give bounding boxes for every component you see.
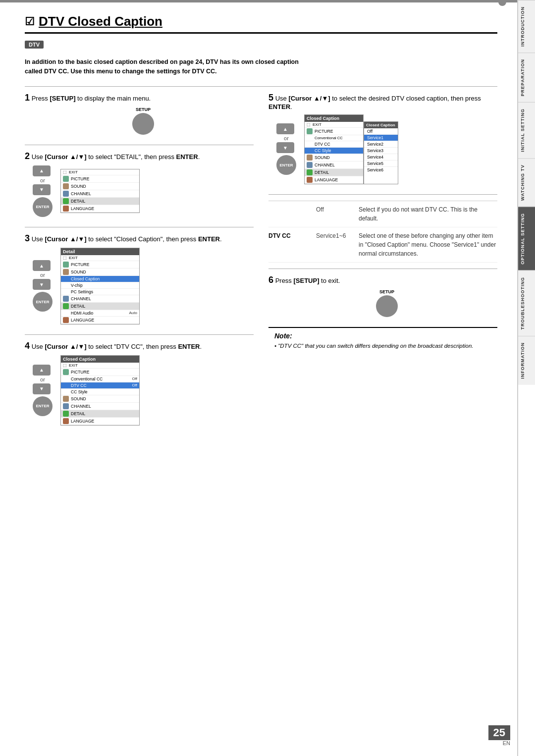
step-4-number: 4	[25, 341, 30, 351]
menu-screen-4: Closed Caption ⬚EXIT PICTURE Conventiona…	[60, 355, 140, 426]
down-arrow-5: ▼	[276, 142, 294, 153]
dtv-cc-col2-2: Service1~6	[316, 231, 351, 258]
enter-btn-5: ENTER	[276, 155, 296, 175]
up-arrow-3: ▲	[33, 260, 51, 271]
step-3-number: 3	[25, 233, 30, 243]
step-1-visual: SETUP	[33, 107, 254, 135]
menu-screen-2: ⬚EXIT PICTURE SOUND CHANNEL DETAIL LANGU…	[60, 169, 140, 213]
or-label-2: or	[33, 177, 53, 183]
top-bar	[0, 0, 517, 2]
submenu-5: Closed Caption Off Service1 Service2 Ser…	[364, 121, 398, 184]
setup-label-1: SETUP	[136, 107, 151, 112]
page-number-area: 25 EN	[488, 725, 510, 746]
note-box: Note: • "DTV CC" that you can switch dif…	[268, 327, 497, 354]
step-1: 1 Press [SETUP] to display the main menu…	[25, 93, 254, 135]
step-5-menus: Closed Caption ⬚EXIT PICTURE Conventiona…	[304, 114, 398, 184]
enter-btn-2: ENTER	[33, 197, 53, 217]
setup-button-1	[132, 113, 154, 135]
checkbox-prefix: ☑	[25, 15, 35, 28]
dtv-cc-col2-1: Off	[316, 205, 351, 223]
step-2-visual: ▲ or ▼ ENTER ⬚EXIT PICTURE SOUND CHANNEL…	[33, 165, 254, 217]
note-text: • "DTV CC" that you can switch differs d…	[274, 342, 491, 350]
tab-information[interactable]: INFORMATION	[518, 336, 535, 385]
step-2-text: Use [Cursor ▲/▼] to select "DETAIL", the…	[32, 153, 200, 161]
or-label-4: or	[33, 377, 53, 382]
note-title: Note:	[274, 332, 491, 340]
setup-button-6	[376, 295, 398, 317]
tab-watching-tv[interactable]: WATCHING TV	[518, 158, 535, 207]
step-5-text: Use [Cursor ▲/▼] to select the desired D…	[268, 95, 481, 110]
step-6: 6 Press [SETUP] to exit. SETUP	[268, 275, 497, 317]
step-5-visual: ▲ or ▼ ENTER Closed Caption ⬚EXIT PICTUR…	[276, 114, 497, 184]
up-arrow-2: ▲	[33, 165, 51, 176]
note-content: "DTV CC" that you can switch differs dep…	[278, 343, 473, 349]
dtv-cc-col3-1: Select if you do not want DTV CC. This i…	[359, 205, 497, 223]
step-6-visual: SETUP	[276, 289, 497, 317]
right-tabs: INTRODUCTION PREPARATION INITIAL SETTING…	[517, 0, 535, 756]
menu-screen-5: Closed Caption ⬚EXIT PICTURE Conventiona…	[304, 114, 364, 184]
step-4-visual: ▲ or ▼ ENTER Closed Caption ⬚EXIT PICTUR…	[33, 355, 254, 426]
tab-optional-setting[interactable]: OPTIONAL SETTING	[518, 207, 535, 270]
menu-screen-3: Detail ⬚EXIT PICTURE SOUND Closed Captio…	[60, 248, 140, 324]
or-label-5: or	[276, 135, 296, 141]
tab-preparation[interactable]: PREPARATION	[518, 53, 535, 102]
tab-introduction[interactable]: INTRODUCTION	[518, 0, 535, 53]
down-arrow-2: ▼	[33, 184, 51, 195]
step-3-visual: ▲ or ▼ ENTER Detail ⬚EXIT PICTURE SOUND …	[33, 248, 254, 324]
step-3: 3 Use [Cursor ▲/▼] to select "Closed Cap…	[25, 233, 254, 324]
step-6-number: 6	[268, 275, 273, 285]
down-arrow-3: ▼	[33, 279, 51, 290]
enter-btn-4: ENTER	[33, 396, 53, 416]
page-lang: EN	[503, 740, 510, 746]
dtv-cc-row-1: Off Select if you do not want DTV CC. Th…	[268, 201, 497, 227]
step-5-number: 5	[268, 93, 273, 103]
tab-troubleshooting[interactable]: TROUBLESHOOTING	[518, 270, 535, 336]
step-4: 4 Use [Cursor ▲/▼] to select "DTV CC", t…	[25, 341, 254, 426]
step-3-text: Use [Cursor ▲/▼] to select "Closed Capti…	[32, 235, 222, 243]
intro-text: In addition to the basic closed caption …	[25, 57, 302, 76]
dtv-cc-col3-2: Select one of these before changing any …	[359, 231, 497, 258]
dtv-cc-col1-2: DTV CC	[268, 231, 308, 258]
dtv-cc-col1-1	[268, 205, 308, 223]
up-arrow-5: ▲	[276, 123, 294, 134]
step-2: 2 Use [Cursor ▲/▼] to select "DETAIL", t…	[25, 151, 254, 217]
step-4-text: Use [Cursor ▲/▼] to select "DTV CC", the…	[32, 343, 202, 350]
dtv-badge: DTV	[25, 41, 44, 49]
up-arrow-4: ▲	[33, 365, 51, 376]
step-2-number: 2	[25, 151, 30, 161]
step-1-text: Press [SETUP] to display the main menu.	[32, 95, 151, 102]
dtv-cc-table: Off Select if you do not want DTV CC. Th…	[268, 201, 497, 263]
dtv-cc-row-2: DTV CC Service1~6 Select one of these be…	[268, 227, 497, 263]
page-title: ☑ DTV Closed Caption	[25, 14, 497, 34]
down-arrow-4: ▼	[33, 383, 51, 394]
step-6-text: Press [SETUP] to exit.	[275, 277, 340, 284]
tab-initial-setting[interactable]: INITIAL SETTING	[518, 102, 535, 158]
step-1-number: 1	[25, 93, 30, 103]
page-number: 25	[488, 725, 510, 740]
step-5: 5 Use [Cursor ▲/▼] to select the desired…	[268, 93, 497, 184]
or-label-3: or	[33, 272, 53, 278]
enter-btn-3: ENTER	[33, 292, 53, 312]
setup-label-6: SETUP	[379, 289, 394, 294]
note-bullet: •	[274, 343, 276, 349]
